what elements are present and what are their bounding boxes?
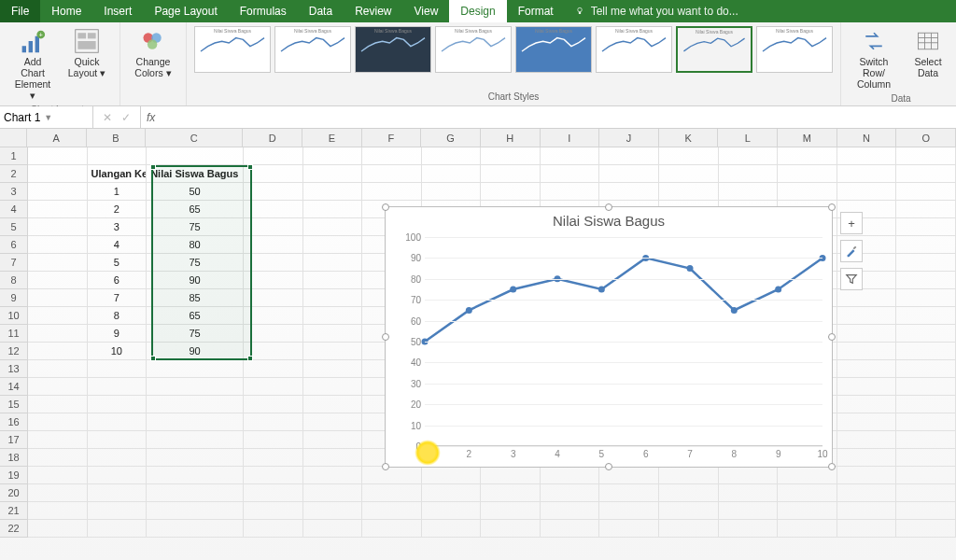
cell-A6[interactable]	[28, 236, 88, 254]
cell-B7[interactable]: 5	[88, 254, 148, 272]
cell-C12[interactable]: 90	[147, 343, 244, 360]
column-header-G[interactable]: G	[421, 129, 481, 147]
cell-B20[interactable]	[88, 484, 148, 502]
tab-view[interactable]: View	[403, 0, 450, 22]
cell-E22[interactable]	[303, 520, 363, 538]
chart-style-1[interactable]: Nilai Siswa Bagus	[194, 26, 271, 73]
fx-icon[interactable]: fx	[141, 106, 161, 128]
cell-E3[interactable]	[303, 183, 363, 201]
select-all-corner[interactable]	[0, 129, 27, 147]
cell-D22[interactable]	[244, 520, 303, 538]
row-header-17[interactable]: 17	[0, 431, 28, 449]
cell-D4[interactable]	[244, 201, 303, 218]
cell-C2[interactable]: Nilai Siswa Bagus	[147, 165, 244, 183]
cell-G20[interactable]	[422, 484, 482, 502]
column-header-M[interactable]: M	[778, 129, 837, 147]
cell-A19[interactable]	[28, 467, 88, 484]
cell-D6[interactable]	[244, 236, 303, 254]
cell-N10[interactable]	[837, 307, 897, 325]
row-header-20[interactable]: 20	[0, 484, 28, 502]
cell-H19[interactable]	[481, 467, 541, 484]
tell-me-search[interactable]: Tell me what you want to do...	[565, 0, 956, 22]
cell-E9[interactable]	[303, 289, 363, 307]
chart-plot-area[interactable]: 010203040506070809010012345678910	[425, 237, 822, 446]
cell-J20[interactable]	[599, 484, 659, 502]
chart-style-7[interactable]: Nilai Siswa Bagus	[676, 26, 752, 73]
tab-insert[interactable]: Insert	[92, 0, 143, 22]
cell-J21[interactable]	[599, 502, 659, 520]
cell-L22[interactable]	[719, 520, 779, 538]
cell-D16[interactable]	[244, 413, 303, 431]
cell-A22[interactable]	[28, 520, 88, 538]
tab-home[interactable]: Home	[40, 0, 92, 22]
cell-N18[interactable]	[837, 449, 897, 467]
cell-N21[interactable]	[837, 502, 897, 520]
cell-E19[interactable]	[303, 467, 363, 484]
row-header-5[interactable]: 5	[0, 218, 28, 236]
cell-C10[interactable]: 65	[147, 307, 244, 325]
cell-F20[interactable]	[362, 484, 422, 502]
cell-L19[interactable]	[719, 467, 779, 484]
row-header-9[interactable]: 9	[0, 289, 28, 307]
cell-N16[interactable]	[837, 413, 897, 431]
cell-N13[interactable]	[837, 360, 897, 378]
cell-C8[interactable]: 90	[147, 272, 244, 289]
change-colors-button[interactable]: Change Colors ▾	[128, 26, 178, 80]
tab-formulas[interactable]: Formulas	[229, 0, 298, 22]
cell-B8[interactable]: 6	[88, 272, 148, 289]
cell-M21[interactable]	[778, 502, 837, 520]
cell-E13[interactable]	[303, 360, 363, 378]
cell-E7[interactable]	[303, 254, 363, 272]
cell-B16[interactable]	[88, 413, 148, 431]
cell-L2[interactable]	[719, 165, 779, 183]
cell-D9[interactable]	[244, 289, 303, 307]
cell-B10[interactable]: 8	[88, 307, 148, 325]
cell-C13[interactable]	[147, 360, 244, 378]
cell-G3[interactable]	[422, 183, 482, 201]
cell-L1[interactable]	[719, 147, 779, 165]
cell-H21[interactable]	[481, 502, 541, 520]
cell-B4[interactable]: 2	[88, 201, 148, 218]
cell-J1[interactable]	[599, 147, 659, 165]
cell-F3[interactable]	[362, 183, 422, 201]
cell-D10[interactable]	[244, 307, 303, 325]
cell-O4[interactable]	[896, 201, 956, 218]
cell-O9[interactable]	[896, 289, 956, 307]
cell-N20[interactable]	[837, 484, 897, 502]
cell-G19[interactable]	[422, 467, 482, 484]
cell-A17[interactable]	[28, 431, 88, 449]
cell-C3[interactable]: 50	[147, 183, 244, 201]
cell-A7[interactable]	[28, 254, 88, 272]
cell-E16[interactable]	[303, 413, 363, 431]
cell-K1[interactable]	[659, 147, 719, 165]
chart-filters-button[interactable]	[840, 268, 863, 290]
cell-B19[interactable]	[88, 467, 148, 484]
cell-B9[interactable]: 7	[88, 289, 148, 307]
add-chart-element-button[interactable]: + Add Chart Element ▾	[7, 26, 58, 103]
cell-E6[interactable]	[303, 236, 363, 254]
cell-B1[interactable]	[88, 147, 148, 165]
cell-K21[interactable]	[659, 502, 719, 520]
cell-G21[interactable]	[422, 502, 482, 520]
cell-C17[interactable]	[147, 431, 244, 449]
column-header-H[interactable]: H	[481, 129, 541, 147]
cell-N11[interactable]	[837, 325, 897, 343]
column-header-N[interactable]: N	[837, 129, 897, 147]
row-header-6[interactable]: 6	[0, 236, 28, 254]
cell-M22[interactable]	[778, 520, 837, 538]
resize-handle-ne[interactable]	[828, 203, 836, 211]
cell-E21[interactable]	[303, 502, 363, 520]
row-header-4[interactable]: 4	[0, 201, 28, 218]
switch-row-column-button[interactable]: Switch Row/ Column	[849, 26, 899, 91]
cell-D17[interactable]	[244, 431, 303, 449]
cell-D3[interactable]	[244, 183, 303, 201]
formula-bar-input[interactable]	[161, 106, 956, 128]
cell-M3[interactable]	[778, 183, 837, 201]
chart-style-6[interactable]: Nilai Siswa Bagus	[596, 26, 672, 73]
resize-handle-n[interactable]	[605, 203, 612, 211]
cell-B11[interactable]: 9	[88, 325, 148, 343]
cell-E14[interactable]	[303, 378, 363, 396]
cell-B6[interactable]: 4	[88, 236, 148, 254]
cell-A5[interactable]	[28, 218, 88, 236]
tab-file[interactable]: File	[0, 0, 40, 22]
